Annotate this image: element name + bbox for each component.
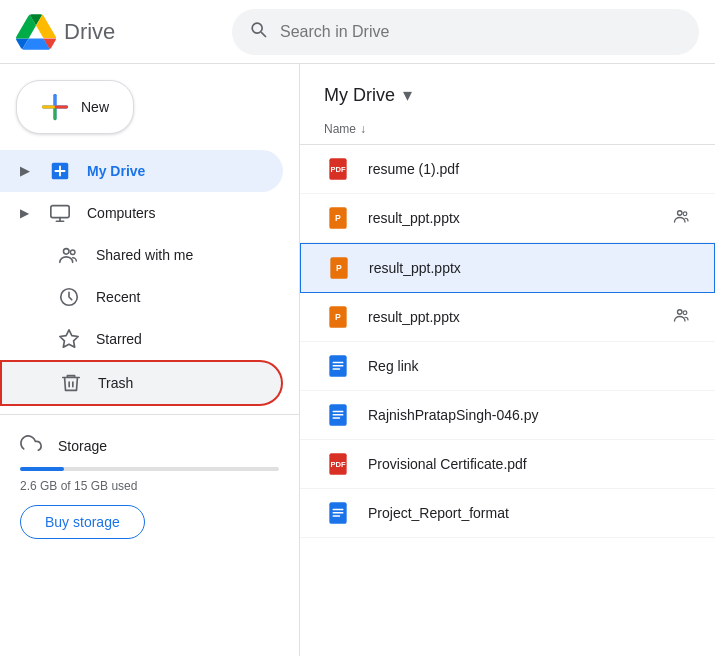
sidebar-item-label: Starred	[96, 331, 142, 347]
storage-row: Storage	[20, 435, 279, 457]
svg-rect-3	[51, 206, 69, 218]
file-type-icon	[324, 401, 352, 429]
drive-logo-icon	[16, 12, 56, 52]
storage-icon	[20, 435, 42, 457]
file-type-icon: P	[324, 303, 352, 331]
sidebar-item-label: Trash	[98, 375, 133, 391]
new-button-wrap: New	[0, 72, 299, 150]
table-row[interactable]: P result_ppt.pptx	[300, 194, 715, 243]
sidebar-item-starred[interactable]: Starred	[0, 318, 283, 360]
svg-rect-30	[333, 509, 344, 511]
table-row[interactable]: P result_ppt.pptx	[300, 243, 715, 293]
main-layout: New ▶ My Drive ▶ Computers	[0, 64, 715, 656]
sidebar-item-label: Recent	[96, 289, 140, 305]
file-name: result_ppt.pptx	[368, 309, 657, 325]
svg-rect-26	[333, 417, 341, 419]
svg-point-4	[64, 249, 70, 255]
file-type-icon	[324, 352, 352, 380]
logo-area: Drive	[16, 12, 216, 52]
new-button-label: New	[81, 99, 109, 115]
file-name: Project_Report_format	[368, 505, 691, 521]
sidebar-item-recent[interactable]: Recent	[0, 276, 283, 318]
header: Drive	[0, 0, 715, 64]
svg-point-5	[70, 250, 75, 255]
table-row[interactable]: Reg link	[300, 342, 715, 391]
sidebar-item-label: My Drive	[87, 163, 145, 179]
recent-icon	[58, 286, 80, 308]
computers-icon	[49, 202, 71, 224]
file-name: RajnishPratapSingh-046.py	[368, 407, 691, 423]
sidebar-item-label: Shared with me	[96, 247, 193, 263]
svg-rect-32	[333, 515, 341, 517]
sidebar-item-label: Computers	[87, 205, 155, 221]
new-button[interactable]: New	[16, 80, 134, 134]
sidebar-divider	[0, 414, 299, 415]
svg-rect-31	[333, 512, 344, 514]
svg-rect-20	[333, 362, 344, 364]
svg-text:P: P	[335, 312, 341, 322]
shared-icon	[58, 244, 80, 266]
file-name: resume (1).pdf	[368, 161, 691, 177]
svg-point-12	[683, 212, 687, 216]
content-area: My Drive ▾ Name ↓ PDF resume (1).pdf	[300, 64, 715, 656]
storage-used-text: 2.6 GB of 15 GB used	[20, 479, 279, 493]
svg-text:P: P	[336, 263, 342, 273]
expand-icon: ▶	[20, 206, 29, 220]
svg-point-11	[678, 211, 683, 216]
file-name: result_ppt.pptx	[368, 210, 657, 226]
svg-rect-25	[333, 414, 344, 416]
trash-icon	[60, 372, 82, 394]
svg-text:PDF: PDF	[330, 460, 346, 469]
plus-icon	[41, 93, 69, 121]
search-input[interactable]	[280, 23, 683, 41]
my-drive-icon	[49, 160, 71, 182]
sidebar-item-computers[interactable]: ▶ Computers	[0, 192, 283, 234]
file-name: Reg link	[368, 358, 691, 374]
search-icon	[248, 19, 268, 44]
file-name: Provisional Certificate.pdf	[368, 456, 691, 472]
svg-rect-21	[333, 365, 344, 367]
name-column-label: Name	[324, 122, 356, 136]
svg-point-18	[683, 311, 687, 315]
svg-text:P: P	[335, 213, 341, 223]
sidebar-item-shared-with-me[interactable]: Shared with me	[0, 234, 283, 276]
svg-rect-24	[333, 411, 344, 413]
search-bar[interactable]	[232, 9, 699, 55]
storage-label: Storage	[58, 438, 107, 454]
file-type-icon: PDF	[324, 450, 352, 478]
file-list-header: Name ↓	[300, 114, 715, 145]
file-type-icon: P	[325, 254, 353, 282]
file-name: result_ppt.pptx	[369, 260, 690, 276]
table-row[interactable]: PDF Provisional Certificate.pdf	[300, 440, 715, 489]
content-header: My Drive ▾	[300, 64, 715, 114]
table-row[interactable]: P result_ppt.pptx	[300, 293, 715, 342]
storage-bar-wrap	[20, 467, 279, 471]
page-title: My Drive	[324, 85, 395, 106]
shared-people-icon	[673, 207, 691, 229]
file-type-icon: PDF	[324, 155, 352, 183]
svg-point-17	[678, 310, 683, 315]
expand-icon: ▶	[20, 164, 29, 178]
storage-section: Storage 2.6 GB of 15 GB used Buy storage	[0, 423, 299, 551]
sidebar-item-trash[interactable]: Trash	[0, 360, 283, 406]
file-type-icon	[324, 499, 352, 527]
sidebar: New ▶ My Drive ▶ Computers	[0, 64, 300, 656]
storage-bar-fill	[20, 467, 64, 471]
buy-storage-button[interactable]: Buy storage	[20, 505, 145, 539]
starred-icon	[58, 328, 80, 350]
table-row[interactable]: RajnishPratapSingh-046.py	[300, 391, 715, 440]
table-row[interactable]: PDF resume (1).pdf	[300, 145, 715, 194]
app-title: Drive	[64, 19, 115, 45]
name-column-header[interactable]: Name ↓	[324, 122, 366, 136]
svg-text:PDF: PDF	[330, 165, 346, 174]
sidebar-item-my-drive[interactable]: ▶ My Drive	[0, 150, 283, 192]
shared-people-icon	[673, 306, 691, 328]
table-row[interactable]: Project_Report_format	[300, 489, 715, 538]
file-type-icon: P	[324, 204, 352, 232]
chevron-down-icon[interactable]: ▾	[403, 84, 412, 106]
sort-arrow-icon: ↓	[360, 122, 366, 136]
svg-rect-22	[333, 368, 341, 370]
